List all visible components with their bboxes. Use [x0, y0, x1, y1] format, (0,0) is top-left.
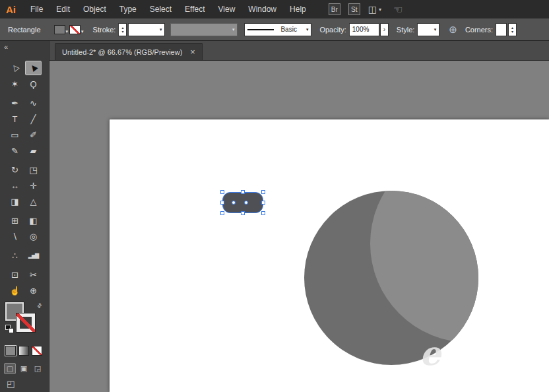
swap-fill-stroke-icon[interactable]: ⇄ — [36, 302, 44, 310]
artboard-tool[interactable]: ⊡ — [7, 267, 23, 282]
brush-definition-select[interactable]: Basic ▾ — [244, 23, 311, 36]
width-profile-select[interactable]: ▾ — [170, 23, 238, 36]
pasteboard[interactable]: e — [49, 61, 549, 392]
shape-builder-tool[interactable]: ◨ — [7, 194, 23, 209]
menu-type[interactable]: Type — [113, 5, 143, 14]
anchor-point[interactable] — [232, 201, 236, 205]
selection-tool[interactable]: ▷ — [7, 61, 23, 75]
selection-type-label: Rectangle — [8, 26, 41, 34]
selection-handle[interactable] — [220, 201, 224, 205]
stroke-weight-stepper[interactable]: ▴ ▾ — [118, 23, 127, 36]
rectangle-tool[interactable]: ▭ — [7, 127, 23, 142]
illustrator-window: Ai FileEditObjectTypeSelectEffectViewWin… — [0, 0, 549, 392]
color-button[interactable] — [5, 346, 16, 356]
anchor-point[interactable] — [244, 201, 248, 205]
stepper-down-icon[interactable]: ▾ — [121, 30, 123, 34]
hand-tool[interactable]: ☝ — [7, 283, 23, 298]
chevron-down-icon: ▾ — [306, 27, 309, 32]
column-graph-tool[interactable]: ▂▅▇ — [25, 248, 42, 263]
stroke-chevron-down-icon[interactable]: ▾ — [81, 29, 84, 34]
selection-handle[interactable] — [220, 190, 224, 194]
selection-handle[interactable] — [241, 190, 245, 194]
magic-wand-tool[interactable]: ✶ — [7, 77, 23, 91]
curvature-tool[interactable]: ∿ — [25, 96, 42, 110]
stroke-color-swatch[interactable] — [69, 25, 81, 34]
stepper-down-icon[interactable]: ▾ — [511, 30, 513, 34]
none-button[interactable] — [32, 346, 42, 356]
default-fill-stroke-button[interactable] — [5, 325, 15, 334]
draw-behind-button[interactable]: ▣ — [18, 363, 30, 374]
rounded-rectangle[interactable] — [222, 192, 263, 213]
selection-handle[interactable] — [241, 211, 245, 215]
opacity-panel-arrow[interactable]: › — [380, 23, 389, 36]
circle-shape[interactable] — [304, 191, 478, 365]
blend-tool[interactable]: ◎ — [25, 229, 42, 244]
menu-select[interactable]: Select — [143, 5, 178, 14]
workspace-switcher[interactable]: ◫ ▾ — [368, 4, 381, 15]
eraser-tool[interactable]: ▰ — [25, 143, 42, 158]
pen-tool[interactable]: ✒ — [7, 96, 23, 110]
corners-stepper[interactable]: ▴ ▾ — [508, 23, 517, 36]
width-tool[interactable]: ↔ — [7, 178, 23, 193]
stroke-swatch[interactable] — [16, 313, 35, 332]
close-icon[interactable]: × — [190, 48, 195, 56]
gradient-button[interactable] — [18, 346, 29, 356]
bridge-button[interactable]: Br — [329, 3, 340, 15]
line-segment-tool[interactable]: ╱ — [25, 112, 42, 126]
zoom-tool[interactable]: ⊕ — [25, 283, 42, 298]
perspective-grid-icon: △ — [30, 197, 37, 207]
selected-shape[interactable] — [222, 192, 263, 213]
menu-edit[interactable]: Edit — [49, 5, 77, 14]
brush-name: Basic — [280, 26, 296, 33]
collapse-panel-button[interactable]: « — [4, 43, 8, 51]
style-select[interactable]: ▾ — [417, 23, 439, 36]
draw-normal-button[interactable]: ▢ — [4, 363, 16, 374]
corners-field[interactable] — [496, 23, 507, 36]
menu-window[interactable]: Window — [242, 5, 283, 14]
draw-inside-button[interactable]: ◲ — [32, 363, 44, 374]
symbol-sprayer-tool[interactable]: ∴ — [7, 248, 23, 263]
fill-chevron-down-icon[interactable]: ▾ — [66, 29, 69, 34]
type-tool[interactable]: T — [7, 112, 23, 126]
menu-object[interactable]: Object — [77, 5, 113, 14]
hand-icon: ☝ — [9, 286, 20, 296]
direct-selection-icon: ▶ — [28, 63, 39, 73]
selection-handle[interactable] — [220, 211, 224, 215]
slice-tool[interactable]: ✂ — [25, 267, 42, 282]
menu-effect[interactable]: Effect — [178, 5, 211, 14]
screen-mode-button[interactable]: ◰ — [7, 379, 15, 389]
pencil-tool[interactable]: ✎ — [7, 143, 23, 158]
opacity-input[interactable]: 100% — [349, 23, 379, 36]
rotate-tool[interactable]: ↻ — [7, 162, 23, 177]
gradient-tool[interactable]: ◧ — [25, 213, 42, 228]
touch-workspace-icon[interactable]: ☜ — [393, 3, 403, 16]
menu-view[interactable]: View — [212, 5, 242, 14]
lasso-icon: Ϙ — [30, 79, 36, 89]
scale-tool[interactable]: ◳ — [25, 162, 42, 177]
fill-color-swatch[interactable] — [54, 25, 65, 34]
selection-handle[interactable] — [261, 201, 265, 205]
stroke-weight-select[interactable]: ▾ — [128, 23, 165, 36]
line-segment-icon: ╱ — [31, 114, 36, 124]
free-transform-tool[interactable]: ✛ — [25, 178, 42, 193]
magic-wand-icon: ✶ — [11, 79, 18, 89]
rotate-icon: ↻ — [11, 165, 18, 175]
lasso-tool[interactable]: Ϙ — [25, 77, 42, 91]
blend-icon: ◎ — [30, 232, 37, 242]
eyedropper-tool[interactable]: ∖ — [7, 229, 23, 244]
artboard[interactable]: e — [110, 119, 549, 392]
menu-help[interactable]: Help — [283, 5, 313, 14]
selection-handle[interactable] — [261, 190, 265, 194]
opacity-value: 100% — [352, 26, 370, 33]
selection-handle[interactable] — [261, 211, 265, 215]
perspective-grid-tool[interactable]: △ — [25, 194, 42, 209]
menu-file[interactable]: File — [24, 5, 49, 14]
zoom-icon: ⊕ — [30, 286, 37, 296]
globe-icon[interactable]: ⊕ — [449, 24, 457, 36]
document-tab[interactable]: Untitled-2* @ 66.67% (RGB/Preview) × — [55, 43, 203, 60]
stock-button[interactable]: St — [348, 3, 360, 15]
tab-title: Untitled-2* @ 66.67% (RGB/Preview) — [62, 48, 182, 56]
paintbrush-tool[interactable]: ✐ — [25, 127, 42, 142]
mesh-tool[interactable]: ⊞ — [7, 213, 23, 228]
direct-selection-tool[interactable]: ▶ — [25, 61, 42, 75]
